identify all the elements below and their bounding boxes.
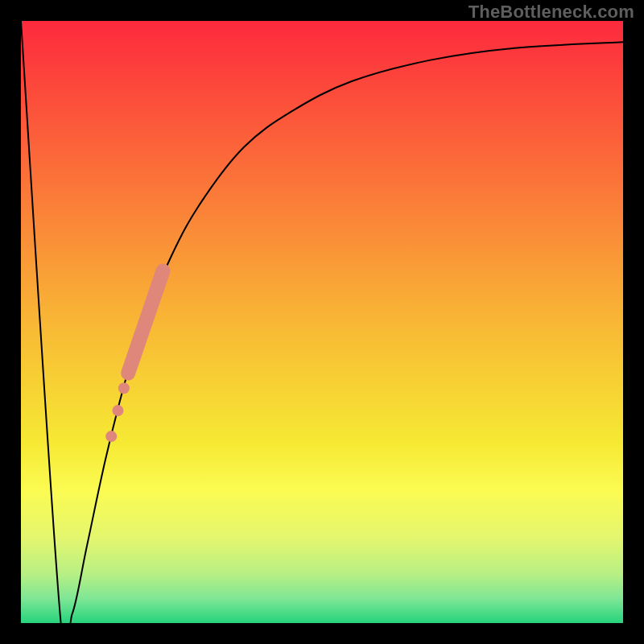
highlight-dot	[105, 431, 117, 442]
chart-container: TheBottleneck.com	[0, 0, 644, 644]
plot-background	[21, 21, 623, 623]
highlight-dot	[112, 405, 123, 416]
bottleneck-chart	[0, 0, 644, 644]
highlight-dot	[118, 382, 130, 394]
